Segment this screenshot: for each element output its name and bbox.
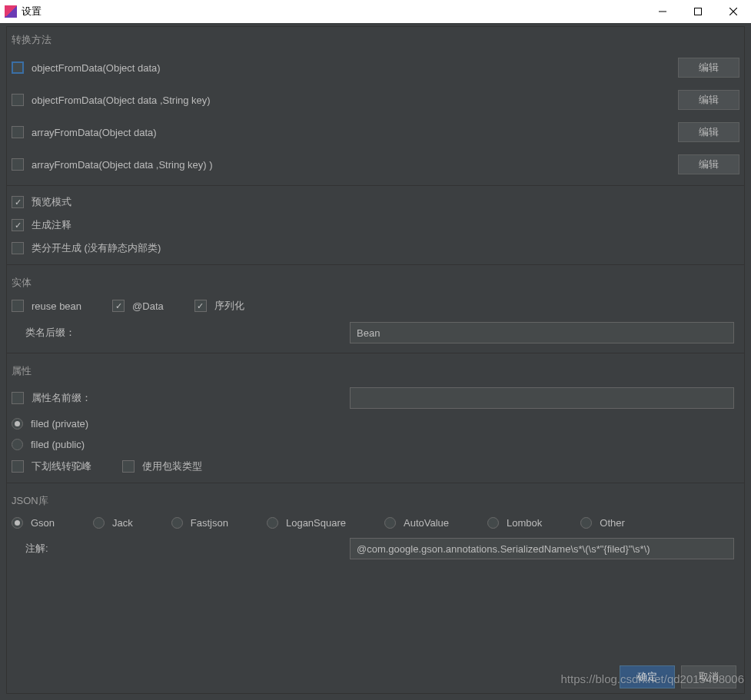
comment-label: 生成注释 — [32, 218, 71, 232]
prefix-input[interactable] — [350, 387, 734, 409]
dialog-buttons: 确定 取消 — [620, 665, 736, 688]
serialize-label: 序列化 — [214, 299, 244, 313]
method-checkbox-0[interactable] — [12, 61, 24, 74]
property-prefix-row: 属性名前缀： — [7, 383, 744, 413]
method-checkbox-3[interactable] — [12, 158, 24, 171]
radio-lombok-label: Lombok — [507, 517, 542, 529]
window-title: 设置 — [22, 5, 645, 18]
method-label-0: objectFromData(Object data) — [32, 62, 161, 74]
radio-fastjson[interactable] — [171, 517, 183, 529]
method-row-1: objectFromData(Object data ,String key) … — [7, 84, 744, 116]
suffix-label: 类名后缀： — [12, 326, 350, 340]
option-split: 类分开生成 (没有静态内部类) — [7, 237, 744, 260]
titlebar: 设置 — [0, 0, 751, 23]
edit-button-1[interactable]: 编辑 — [678, 90, 739, 110]
option-comment: 生成注释 — [7, 214, 744, 237]
field-public-row: filed (public) — [7, 434, 744, 455]
reuse-bean-checkbox[interactable] — [12, 300, 24, 312]
method-label-3: arrayFromData(Object data ,String key) ) — [32, 159, 213, 171]
method-label-1: objectFromData(Object data ,String key) — [32, 95, 211, 106]
app-icon — [5, 5, 17, 18]
preview-label: 预览模式 — [32, 195, 71, 209]
section-json: JSON库 — [7, 488, 744, 513]
radio-autovalue-label: AutoValue — [404, 517, 449, 529]
radio-autovalue[interactable] — [384, 517, 396, 529]
entity-flags: reuse bean @Data 序列化 — [7, 294, 744, 317]
section-property: 属性 — [7, 358, 744, 383]
split-label: 类分开生成 (没有静态内部类) — [32, 241, 161, 255]
annotation-label: 注解: — [12, 542, 350, 556]
method-checkbox-1[interactable] — [12, 94, 24, 106]
method-row-2: arrayFromData(Object data) 编辑 — [7, 116, 744, 148]
svg-rect-1 — [695, 8, 702, 15]
radio-logansquare[interactable] — [267, 517, 278, 529]
annotation-input[interactable] — [350, 538, 734, 559]
edit-button-2[interactable]: 编辑 — [678, 122, 739, 142]
window-controls — [645, 0, 751, 23]
close-button[interactable] — [716, 0, 751, 23]
cancel-button[interactable]: 取消 — [681, 665, 736, 688]
method-label-2: arrayFromData(Object data) — [32, 127, 157, 138]
ok-button[interactable]: 确定 — [620, 665, 675, 688]
field-public-label: filed (public) — [31, 439, 85, 450]
section-convert-method: 转换方法 — [7, 27, 744, 51]
serialize-checkbox[interactable] — [194, 300, 207, 312]
annotation-row: 注解: — [7, 533, 744, 564]
underscore-checkbox[interactable] — [12, 460, 24, 473]
comment-checkbox[interactable] — [12, 219, 24, 231]
prefix-label: 属性名前缀： — [32, 391, 350, 405]
preview-checkbox[interactable] — [12, 196, 24, 208]
section-entity: 实体 — [7, 270, 744, 294]
field-private-label: filed (private) — [31, 418, 88, 430]
radio-jack-label: Jack — [112, 517, 133, 529]
data-label: @Data — [132, 300, 164, 312]
radio-other[interactable] — [580, 517, 592, 529]
radio-gson[interactable] — [12, 517, 23, 529]
field-private-radio[interactable] — [12, 418, 23, 430]
json-lib-radios: Gson Jack Fastjson LoganSquare AutoValue… — [7, 513, 744, 533]
property-opts: 下划线转驼峰 使用包装类型 — [7, 455, 744, 478]
entity-suffix-row: 类名后缀： — [7, 317, 744, 348]
method-row-3: arrayFromData(Object data ,String key) )… — [7, 148, 744, 181]
boxed-checkbox[interactable] — [122, 460, 135, 473]
radio-jack[interactable] — [93, 517, 105, 529]
method-checkbox-2[interactable] — [12, 126, 24, 138]
reuse-bean-label: reuse bean — [32, 300, 81, 312]
method-row-0: objectFromData(Object data) 编辑 — [7, 51, 744, 84]
split-checkbox[interactable] — [12, 242, 24, 254]
radio-lombok[interactable] — [487, 517, 499, 529]
data-checkbox[interactable] — [112, 300, 125, 312]
underscore-label: 下划线转驼峰 — [32, 459, 91, 473]
radio-logansquare-label: LoganSquare — [286, 517, 346, 529]
suffix-input[interactable] — [350, 322, 734, 343]
edit-button-0[interactable]: 编辑 — [678, 58, 739, 78]
settings-panel: 转换方法 objectFromData(Object data) 编辑 obje… — [6, 26, 745, 694]
field-public-radio[interactable] — [12, 439, 23, 450]
boxed-label: 使用包装类型 — [142, 459, 202, 473]
radio-other-label: Other — [600, 517, 625, 529]
radio-gson-label: Gson — [31, 517, 55, 529]
radio-fastjson-label: Fastjson — [191, 517, 228, 529]
minimize-button[interactable] — [645, 0, 680, 23]
edit-button-3[interactable]: 编辑 — [678, 154, 739, 174]
option-preview: 预览模式 — [7, 191, 744, 214]
prefix-checkbox[interactable] — [12, 392, 24, 404]
maximize-button[interactable] — [680, 0, 716, 23]
field-private-row: filed (private) — [7, 413, 744, 434]
